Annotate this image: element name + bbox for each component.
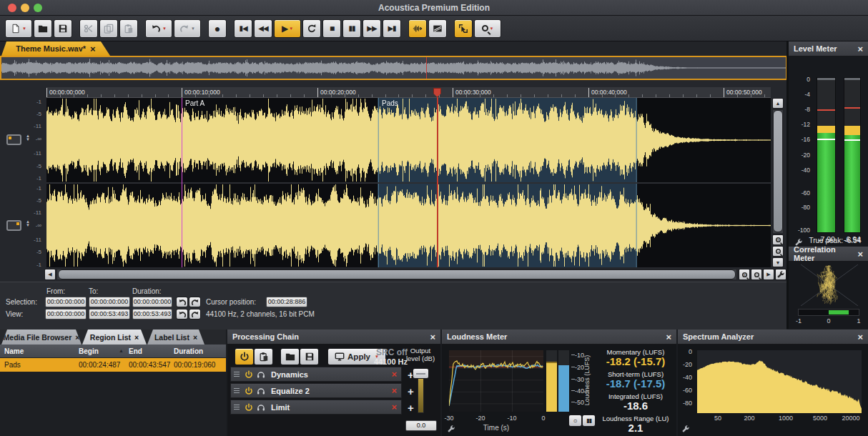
channel-2-waveform[interactable]: [46, 184, 771, 267]
loudness-settings-button[interactable]: [447, 423, 455, 436]
scroll-down-button[interactable]: ▼: [772, 257, 784, 267]
level-meter-bar-right: [844, 77, 861, 233]
view-to-field[interactable]: 00:00:53:493: [89, 309, 130, 319]
tab-media-file-browser[interactable]: Media File Browser×: [1, 330, 82, 345]
region-name-cell: Pads: [4, 361, 21, 369]
remove-effect-icon[interactable]: ×: [387, 369, 401, 380]
channel-1-waveform[interactable]: [46, 98, 771, 182]
cursor-position-field[interactable]: 00:00:28:886: [266, 297, 307, 307]
pause-button[interactable]: ▮▮: [342, 19, 361, 38]
view-duration-field[interactable]: 00:00:53:493: [132, 309, 172, 319]
drag-handle-icon[interactable]: [234, 407, 240, 408]
loop-playback-button[interactable]: [302, 19, 321, 38]
output-level-value-field[interactable]: 0.0: [405, 420, 437, 431]
waveform-overview[interactable]: [0, 56, 787, 80]
scrollbar-settings-button[interactable]: [775, 269, 786, 280]
selection-to-field[interactable]: 00:00:00:000: [89, 297, 130, 307]
scroll-right-button[interactable]: ▶: [763, 269, 774, 280]
column-header-duration[interactable]: Duration: [174, 347, 203, 355]
copy-button[interactable]: [99, 19, 118, 38]
stop-button[interactable]: ■: [322, 19, 341, 38]
loudness-reset-button[interactable]: ○: [568, 415, 582, 427]
selection-from-field[interactable]: 00:00:00:000: [45, 297, 87, 307]
channel-2-selector[interactable]: [6, 220, 21, 231]
undo-button[interactable]: ▼: [145, 19, 172, 38]
tab-close-icon[interactable]: ×: [193, 333, 197, 342]
save-file-button[interactable]: [54, 19, 72, 38]
fast-forward-button[interactable]: ▶▶: [363, 19, 381, 38]
chain-save-button[interactable]: [300, 348, 319, 365]
db-label: -1: [26, 185, 41, 192]
column-header-name[interactable]: Name: [4, 347, 24, 355]
drag-handle-icon[interactable]: [234, 374, 240, 375]
selection-tool-button[interactable]: [454, 19, 473, 38]
region-begin-cell: 00:00:24:487: [79, 361, 120, 369]
meter-scale-label: -60: [791, 189, 810, 197]
selection-redo-button[interactable]: [189, 297, 201, 307]
undo-caret-icon: ▼: [162, 26, 167, 31]
drag-handle-icon[interactable]: [234, 390, 240, 392]
mix-view-button[interactable]: [428, 19, 447, 38]
horizontal-zoom-in-button[interactable]: +: [739, 269, 750, 280]
redo-button[interactable]: ▼: [174, 19, 201, 38]
loudness-pause-button[interactable]: ▮▮: [582, 415, 596, 427]
view-redo-button[interactable]: [189, 309, 201, 319]
zoom-tool-button[interactable]: ▼: [474, 19, 501, 38]
cut-button[interactable]: [79, 19, 98, 38]
tab-close-icon[interactable]: ×: [75, 333, 79, 342]
remove-effect-icon[interactable]: ×: [387, 385, 401, 396]
effect-row-dynamics[interactable]: Dynamics ×: [230, 367, 402, 382]
close-icon[interactable]: ×: [430, 332, 435, 342]
tab-close-icon[interactable]: ×: [90, 44, 96, 54]
view-from-field[interactable]: 00:00:00:000: [45, 309, 87, 319]
spectrum-y-tick: -20: [679, 361, 692, 368]
chain-clipboard-button[interactable]: [254, 348, 273, 365]
view-undo-button[interactable]: [176, 309, 188, 319]
effect-row-limit[interactable]: Limit ×: [230, 400, 402, 415]
region-row-pads[interactable]: Pads 00:00:24:487 00:00:43:547 00:00:19:…: [0, 358, 226, 372]
copy-icon: [104, 24, 114, 34]
horizontal-scrollbar-thumb[interactable]: [58, 269, 736, 279]
effect-row-equalize2[interactable]: Equalize 2 ×: [230, 383, 402, 398]
vertical-scrollbar-thumb[interactable]: [773, 110, 783, 232]
new-file-button[interactable]: ▼: [5, 19, 32, 38]
file-tab[interactable]: Theme Music.wav* ×: [1, 41, 110, 56]
region-table-header[interactable]: Name Begin ▲ End Duration: [0, 345, 226, 358]
tab-region-list[interactable]: Region List×: [82, 330, 147, 345]
go-to-start-button[interactable]: ▮◀: [234, 19, 252, 38]
close-icon[interactable]: ×: [857, 332, 863, 342]
rewind-button[interactable]: ◀◀: [254, 19, 272, 38]
spectrum-settings-button[interactable]: [681, 423, 690, 436]
timeline-ruler[interactable]: 00:00:00:000 00:00:10:000 00:00:20:000 0…: [46, 87, 771, 98]
vertical-zoom-in-button[interactable]: +: [772, 234, 784, 245]
selection-duration-field[interactable]: 00:00:00:000: [132, 297, 172, 307]
tab-close-icon[interactable]: ×: [134, 333, 139, 342]
close-icon[interactable]: ×: [857, 44, 863, 54]
output-level-slider-thumb[interactable]: [413, 368, 429, 379]
scroll-up-button[interactable]: ▲: [772, 98, 784, 109]
marker-line-part-a[interactable]: [182, 98, 182, 267]
open-file-button[interactable]: [34, 19, 52, 38]
scrub-mode-button[interactable]: [408, 19, 427, 38]
go-to-end-button[interactable]: ▶▮: [383, 19, 401, 38]
play-button[interactable]: ▶▼: [274, 19, 301, 38]
view-row-label: View:: [6, 310, 23, 318]
channel-1-selector[interactable]: [6, 134, 21, 145]
add-effect-icon[interactable]: +: [408, 402, 414, 414]
chain-load-button[interactable]: [280, 348, 300, 365]
paste-button[interactable]: [119, 19, 138, 38]
scroll-left-button[interactable]: ◀: [44, 269, 56, 280]
chain-power-button[interactable]: [235, 348, 254, 365]
close-icon[interactable]: ×: [857, 249, 863, 259]
loudness-meter-title: Loudness Meter: [447, 332, 507, 341]
vertical-zoom-out-button[interactable]: -: [772, 246, 784, 257]
tab-label-list[interactable]: Label List×: [147, 330, 204, 345]
add-effect-icon[interactable]: +: [408, 385, 414, 397]
remove-effect-icon[interactable]: ×: [387, 402, 401, 412]
close-icon[interactable]: ×: [666, 332, 671, 342]
selection-undo-button[interactable]: [176, 297, 188, 307]
column-header-end[interactable]: End: [129, 347, 142, 355]
column-header-begin[interactable]: Begin: [79, 347, 99, 355]
horizontal-zoom-out-button[interactable]: -: [751, 269, 762, 280]
record-button[interactable]: ●: [208, 19, 227, 38]
